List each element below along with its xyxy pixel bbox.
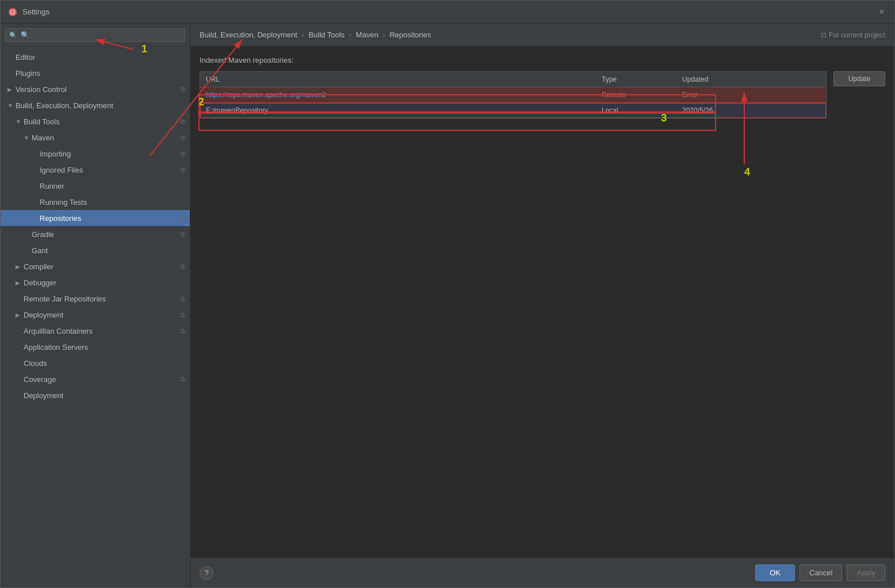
panel-content: Indexed Maven repositories: URL Type Upd… (190, 47, 894, 558)
sidebar-item-label: Build, Execution, Deployment (16, 101, 190, 110)
arrow-icon: ▼ (7, 102, 16, 109)
breadcrumb-sep-2: › (349, 30, 354, 39)
breadcrumb: Build, Execution, Deployment › Build Too… (200, 30, 431, 39)
sidebar-item-label: Maven (32, 133, 181, 142)
project-icon: ⊡ (821, 31, 827, 39)
sidebar-item-version-control[interactable]: ▶ Version Control ⧉ (1, 81, 190, 97)
col-header-url: URL (200, 72, 596, 87)
bottom-left: ? (200, 566, 213, 580)
arrow-icon (32, 199, 40, 205)
apply-button[interactable]: Apply (847, 564, 885, 581)
sidebar-item-label: Repositories (40, 214, 181, 223)
sidebar-item-label: Build Tools (24, 117, 181, 126)
copy-icon: ⧉ (181, 295, 185, 303)
for-project-label: ⊡ For current project (821, 31, 885, 39)
arrow-icon: ▼ (24, 135, 32, 141)
sidebar-item-runner[interactable]: Runner (1, 178, 190, 194)
bottom-right: OK Cancel Apply (755, 564, 885, 581)
sidebar-item-label: Remote Jar Repositories (24, 295, 181, 303)
bottom-bar: ? OK Cancel Apply (190, 558, 894, 587)
dialog-title: Settings (22, 7, 49, 16)
table-row[interactable]: https://repo.maven.apache.org/maven2 Rem… (200, 87, 826, 103)
sidebar-item-arquillian[interactable]: Arquillian Containers ⧉ (1, 323, 190, 339)
sidebar-item-label: Running Tests (40, 198, 190, 207)
table-area: URL Type Updated https://repo.maven.apac… (200, 71, 885, 119)
sidebar-item-label: Compiler (24, 262, 181, 271)
table-row[interactable]: E:/mavenRepository Local 2020/5/26 (200, 103, 826, 118)
sidebar-item-repositories[interactable]: Repositories ⧉ (1, 210, 190, 226)
arrow-icon: ▶ (7, 86, 16, 93)
copy-icon: ⧉ (181, 311, 185, 319)
svg-text:IJ: IJ (10, 9, 15, 16)
arrow-icon (7, 54, 16, 60)
sidebar-item-build-exec-deploy[interactable]: ▼ Build, Execution, Deployment (1, 97, 190, 113)
sidebar-item-label: Runner (40, 182, 190, 190)
section-title: Indexed Maven repositories: (200, 56, 885, 64)
sidebar-item-running-tests[interactable]: Running Tests (1, 194, 190, 210)
sidebar-item-build-tools[interactable]: ▼ Build Tools ⧉ (1, 113, 190, 129)
sidebar-item-remote-jar[interactable]: Remote Jar Repositories ⧉ (1, 291, 190, 307)
help-button[interactable]: ? (200, 566, 213, 580)
arrow-icon (16, 328, 24, 334)
sidebar-item-importing[interactable]: Importing ⧉ (1, 146, 190, 162)
copy-icon: ⧉ (181, 166, 185, 174)
cell-updated: 2020/5/26 (676, 103, 780, 118)
sidebar-item-clouds[interactable]: Clouds (1, 355, 190, 371)
sidebar-item-debugger[interactable]: ▶ Debugger (1, 274, 190, 291)
arrow-icon (24, 231, 32, 238)
arrow-icon: ▶ (16, 280, 24, 286)
arrow-icon (24, 247, 32, 254)
sidebar-item-plugins[interactable]: Plugins (1, 65, 190, 81)
arrow-icon: ▶ (16, 312, 24, 318)
sidebar-item-label: Deployment (24, 391, 190, 400)
sidebar-item-gant[interactable]: Gant (1, 242, 190, 258)
sidebar-item-label: Clouds (24, 359, 190, 368)
update-button[interactable]: Update (833, 71, 885, 86)
cell-updated: Error (676, 87, 780, 102)
repo-table: URL Type Updated https://repo.maven.apac… (200, 71, 827, 119)
sidebar-item-label: Arquillian Containers (24, 327, 181, 335)
cell-extra (780, 87, 826, 102)
sidebar-item-deployment2[interactable]: Deployment (1, 387, 190, 403)
cell-type: Local (596, 103, 676, 118)
col-header-empty (780, 72, 826, 87)
app-icon: IJ (7, 7, 18, 17)
title-bar: IJ Settings × (1, 1, 894, 24)
sidebar-tree: Editor Plugins ▶ Version Control ⧉ ▼ Bui… (1, 47, 190, 587)
sidebar-item-label: Importing (40, 150, 181, 158)
sidebar-item-editor[interactable]: Editor (1, 49, 190, 65)
copy-icon: ⧉ (181, 376, 185, 383)
close-button[interactable]: × (876, 6, 888, 18)
sidebar-item-ignored-files[interactable]: Ignored Files ⧉ (1, 162, 190, 178)
copy-icon: ⧉ (181, 86, 185, 93)
search-input[interactable] (5, 28, 185, 42)
arrow-icon (7, 70, 16, 77)
breadcrumb-part-1: Build, Execution, Deployment (200, 30, 297, 39)
sidebar-item-gradle[interactable]: Gradle ⧉ (1, 226, 190, 242)
copy-icon: ⧉ (181, 263, 185, 270)
sidebar-item-label: Application Servers (24, 343, 190, 352)
sidebar-item-label: Deployment (24, 311, 181, 319)
sidebar-item-label: Version Control (16, 85, 181, 94)
table-actions: Update (833, 71, 885, 119)
sidebar-item-compiler[interactable]: ▶ Compiler ⧉ (1, 258, 190, 274)
col-header-updated: Updated (676, 72, 780, 87)
settings-dialog: IJ Settings × 🔍 Editor Plugins (0, 0, 895, 588)
ok-button[interactable]: OK (755, 564, 795, 581)
sidebar-item-coverage[interactable]: Coverage ⧉ (1, 371, 190, 387)
arrow-icon (16, 360, 24, 366)
cell-type: Remote (596, 87, 676, 102)
sidebar: 🔍 Editor Plugins ▶ Version Control ⧉ (1, 24, 190, 587)
arrow-icon (32, 151, 40, 157)
breadcrumb-sep-1: › (301, 30, 306, 39)
breadcrumb-current: Repositories (389, 30, 431, 39)
breadcrumb-bar: Build, Execution, Deployment › Build Too… (190, 24, 894, 47)
sidebar-item-maven[interactable]: ▼ Maven ⧉ (1, 129, 190, 146)
sidebar-item-label: Plugins (16, 69, 190, 78)
sidebar-item-deployment[interactable]: ▶ Deployment ⧉ (1, 307, 190, 323)
sidebar-item-application-servers[interactable]: Application Servers (1, 339, 190, 355)
arrow-icon (32, 215, 40, 222)
copy-icon: ⧉ (181, 215, 185, 222)
cancel-button[interactable]: Cancel (800, 564, 842, 581)
main-content: 🔍 Editor Plugins ▶ Version Control ⧉ (1, 24, 894, 587)
